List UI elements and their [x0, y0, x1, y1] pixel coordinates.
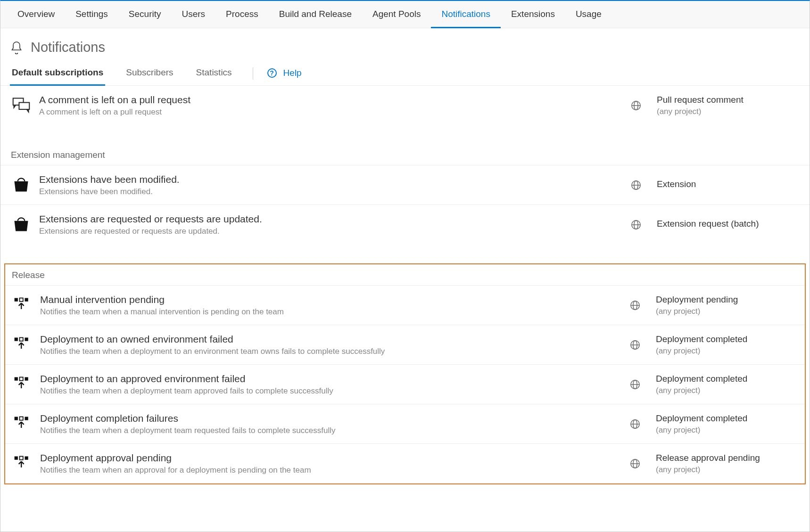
globe-icon: [618, 340, 652, 350]
nav-process[interactable]: Process: [215, 1, 269, 28]
release-group-highlight: Release Manual intervention pending Noti…: [4, 263, 806, 484]
nav-users[interactable]: Users: [171, 1, 215, 28]
group-header-release: Release: [5, 264, 805, 286]
globe-icon: [619, 220, 653, 230]
list-item[interactable]: Deployment to an owned environment faile…: [5, 325, 805, 365]
item-right: Deployment completed (any project): [652, 334, 798, 356]
item-main: Deployment to an approved environment fa…: [40, 373, 618, 396]
nav-agent-pools[interactable]: Agent Pools: [362, 1, 431, 28]
item-right: Pull request comment (any project): [653, 95, 799, 116]
svg-rect-31: [25, 417, 28, 420]
item-desc: Extensions are requested or requests are…: [39, 227, 605, 236]
list-item[interactable]: A comment is left on a pull request A co…: [0, 86, 810, 125]
svg-rect-12: [20, 298, 23, 301]
item-right: Deployment pending (any project): [652, 295, 798, 316]
svg-rect-36: [20, 456, 23, 459]
help-label: Help: [283, 68, 302, 78]
item-scope: (any project): [657, 107, 799, 116]
page-title: Notifications: [31, 40, 105, 55]
nav-notifications[interactable]: Notifications: [431, 1, 501, 28]
tab-default-subscriptions[interactable]: Default subscriptions: [10, 67, 105, 86]
release-icon: [12, 375, 33, 395]
page-header: Notifications: [0, 28, 810, 58]
item-right: Release approval pending (any project): [652, 453, 798, 475]
svg-rect-11: [15, 298, 18, 301]
release-icon: [12, 335, 33, 356]
item-desc: Extensions have been modified.: [39, 187, 605, 196]
help-link[interactable]: ? Help: [267, 68, 302, 85]
item-scope: (any project): [656, 465, 798, 475]
subscriptions-list: A comment is left on a pull request A co…: [0, 86, 810, 484]
item-category: Deployment completed: [656, 374, 798, 384]
list-item[interactable]: Deployment approval pending Notifies the…: [5, 444, 805, 483]
item-scope: (any project): [656, 346, 798, 356]
item-scope: (any project): [656, 307, 798, 316]
list-item[interactable]: Extensions are requested or requests are…: [0, 205, 810, 245]
item-desc: Notifies the team when a deployment to a…: [40, 347, 604, 356]
svg-rect-24: [20, 377, 23, 380]
svg-rect-25: [25, 377, 28, 380]
app-frame: Overview Settings Security Users Process…: [0, 0, 810, 532]
item-title: Deployment completion failures: [40, 413, 604, 424]
chat-icon: [11, 96, 32, 116]
svg-rect-23: [15, 377, 18, 380]
item-main: Deployment approval pending Notifies the…: [40, 452, 618, 475]
bell-icon: [11, 41, 22, 54]
item-title: A comment is left on a pull request: [39, 94, 605, 106]
item-category: Deployment pending: [656, 295, 798, 305]
group-header-extension: Extension management: [0, 144, 810, 165]
item-main: Deployment to an owned environment faile…: [40, 334, 618, 356]
sub-tabs: Default subscriptions Subscribers Statis…: [0, 58, 810, 86]
tab-subscribers[interactable]: Subscribers: [124, 67, 175, 86]
item-main: A comment is left on a pull request A co…: [39, 94, 619, 117]
globe-icon: [619, 100, 653, 111]
item-desc: A comment is left on a pull request: [39, 107, 605, 117]
svg-rect-30: [20, 417, 23, 420]
item-title: Deployment to an owned environment faile…: [40, 334, 604, 345]
item-category: Pull request comment: [657, 95, 799, 105]
item-right: Deployment completed (any project): [652, 413, 798, 435]
svg-rect-1: [19, 103, 29, 110]
globe-icon: [618, 458, 652, 469]
nav-build-release[interactable]: Build and Release: [269, 1, 362, 28]
item-category: Deployment completed: [656, 413, 798, 424]
globe-icon: [618, 300, 652, 311]
release-icon: [12, 454, 33, 475]
svg-rect-19: [25, 337, 28, 341]
item-title: Deployment approval pending: [40, 452, 604, 464]
top-nav: Overview Settings Security Users Process…: [0, 1, 810, 28]
item-title: Deployment to an approved environment fa…: [40, 373, 604, 385]
item-category: Extension: [657, 179, 799, 189]
item-category: Release approval pending: [656, 453, 798, 463]
item-main: Extensions have been modified. Extension…: [39, 174, 619, 196]
list-item[interactable]: Extensions have been modified. Extension…: [0, 165, 810, 205]
item-desc: Notifies the team when a manual interven…: [40, 307, 604, 317]
svg-rect-17: [15, 337, 18, 341]
list-item[interactable]: Manual intervention pending Notifies the…: [5, 286, 805, 325]
tab-statistics[interactable]: Statistics: [194, 67, 234, 86]
bag-icon: [11, 175, 32, 196]
nav-extensions[interactable]: Extensions: [501, 1, 565, 28]
nav-security[interactable]: Security: [118, 1, 172, 28]
item-scope: (any project): [656, 426, 798, 435]
svg-rect-35: [15, 456, 18, 459]
nav-usage[interactable]: Usage: [565, 1, 612, 28]
item-desc: Notifies the team when a deployment team…: [40, 426, 604, 435]
help-icon: ?: [267, 68, 277, 78]
item-main: Manual intervention pending Notifies the…: [40, 294, 618, 317]
globe-icon: [619, 180, 653, 190]
list-item[interactable]: Deployment completion failures Notifies …: [5, 404, 805, 444]
item-right: Extension request (batch): [653, 219, 799, 231]
item-main: Deployment completion failures Notifies …: [40, 413, 618, 435]
globe-icon: [618, 419, 652, 429]
item-main: Extensions are requested or requests are…: [39, 213, 619, 236]
item-title: Extensions are requested or requests are…: [39, 213, 605, 225]
list-item[interactable]: Deployment to an approved environment fa…: [5, 365, 805, 404]
svg-rect-29: [15, 417, 18, 420]
nav-settings[interactable]: Settings: [65, 1, 118, 28]
globe-icon: [618, 379, 652, 390]
item-right: Extension: [653, 179, 799, 191]
item-category: Deployment completed: [656, 334, 798, 344]
nav-overview[interactable]: Overview: [7, 1, 65, 28]
item-scope: (any project): [656, 386, 798, 395]
